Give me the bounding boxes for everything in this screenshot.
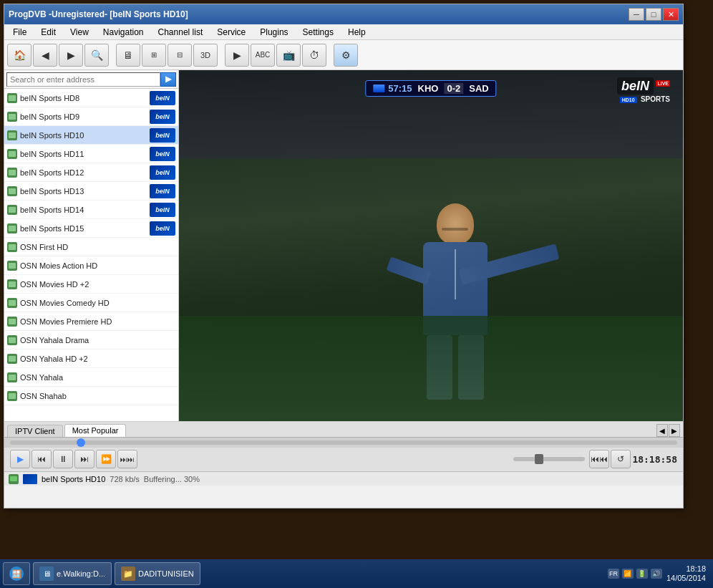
team1-name: KHO (418, 83, 439, 94)
search-go-button[interactable]: ▶ (160, 72, 176, 87)
menu-plugins[interactable]: Plugins (254, 26, 294, 39)
tab-next-button[interactable]: ▶ (669, 424, 680, 437)
taskbar-item-daditunisien[interactable]: 📁 DADITUNISIEN (115, 562, 200, 585)
start-icon: 🪟 (9, 567, 24, 581)
channel-item[interactable]: beIN Sports HD11 beIN (4, 145, 178, 163)
channel-name: OSN Movies Comedy HD (20, 299, 175, 307)
maximize-button[interactable]: □ (646, 8, 661, 21)
channel-item[interactable]: OSN Movies Premiere HD (4, 312, 178, 331)
channel-item[interactable]: OSN Yahala HD +2 (4, 350, 178, 368)
video-display: 57:15 KHO 0-2 SAD beIN LIVE HD10 (179, 70, 683, 421)
prev-button[interactable]: ⏮ (31, 450, 52, 468)
channel-icon (7, 93, 17, 103)
tb-forward-button[interactable]: ▶ (59, 44, 83, 67)
channel-logo-overlay: beIN LIVE HD10 SPORTS (617, 79, 670, 104)
menu-channel-list[interactable]: Channel list (152, 26, 209, 39)
rewind-button[interactable]: ⏮⏮ (589, 450, 609, 468)
channel-logo: beIN (150, 147, 175, 161)
volume-thumb[interactable] (535, 454, 543, 464)
channel-item[interactable]: beIN Sports HD14 beIN (4, 201, 178, 219)
search-input[interactable] (6, 72, 160, 87)
channel-icon (7, 317, 17, 327)
fast-forward2-button[interactable]: ⏭⏭ (117, 450, 137, 468)
window-controls: ─ □ ✕ (629, 8, 679, 21)
minimize-button[interactable]: ─ (629, 8, 644, 21)
tb-grid1-button[interactable]: ⊞ (142, 44, 166, 67)
channel-item[interactable]: OSN Movies HD +2 (4, 275, 178, 294)
pause-button[interactable]: ⏸ (53, 450, 73, 468)
tab-most-popular[interactable]: Most Popular (64, 424, 127, 437)
fast-forward-button[interactable]: ⏩ (96, 450, 116, 468)
tab-prev-button[interactable]: ◀ (656, 424, 668, 437)
tray-battery-icon: 🔋 (636, 569, 648, 579)
channel-panel: ▶ beIN Sports HD8 beIN beIN Sports HD9 b… (4, 70, 179, 421)
channel-item[interactable]: OSN Yahala Drama (4, 331, 178, 350)
channel-name: beIN Sports HD13 (20, 187, 147, 196)
tb-settings-button[interactable]: ⚙ (334, 44, 358, 67)
channel-item[interactable]: beIN Sports HD12 beIN (4, 163, 178, 182)
channel-name: beIN Sports HD9 (20, 112, 147, 121)
channel-icon (7, 242, 17, 252)
channel-item[interactable]: OSN Shahab (4, 387, 178, 405)
channel-item[interactable]: OSN Movies Comedy HD (4, 294, 178, 312)
channel-name: OSN Movies Premiere HD (20, 317, 175, 326)
video-area: 57:15 KHO 0-2 SAD beIN LIVE HD10 (179, 70, 683, 421)
channel-item[interactable]: beIN Sports HD8 beIN (4, 89, 178, 107)
channel-list: beIN Sports HD8 beIN beIN Sports HD9 beI… (4, 89, 178, 421)
tab-iptv-client[interactable]: IPTV Client (7, 425, 63, 437)
channel-item[interactable]: beIN Sports HD13 beIN (4, 182, 178, 201)
tb-search-button[interactable]: 🔍 (84, 44, 109, 67)
menu-settings[interactable]: Settings (297, 26, 339, 39)
menu-view[interactable]: View (64, 26, 94, 39)
video-scene: 57:15 KHO 0-2 SAD beIN LIVE HD10 (179, 70, 683, 421)
tab-bar: IPTV Client Most Popular ◀ ▶ (4, 421, 683, 437)
channel-item[interactable]: OSN Moies Action HD (4, 256, 178, 275)
channel-name: OSN Movies HD +2 (20, 280, 175, 289)
channel-icon (7, 186, 17, 196)
channel-item[interactable]: OSN First HD (4, 238, 178, 256)
channel-name: OSN Shahab (20, 392, 175, 400)
menu-service[interactable]: Service (211, 26, 251, 39)
tb-screen-button[interactable]: 🖥 (116, 44, 140, 67)
close-button[interactable]: ✕ (663, 8, 679, 21)
channel-item-selected[interactable]: beIN Sports HD10 beIN (4, 126, 178, 145)
taskbar-app-icon-2: 📁 (121, 567, 135, 581)
system-clock: 18:18 14/05/2014 (666, 564, 706, 583)
status-channel-name: beIN Sports HD10 (42, 475, 105, 483)
menu-navigation[interactable]: Navigation (97, 26, 150, 39)
menu-edit[interactable]: Edit (35, 26, 62, 39)
volume-slider[interactable] (513, 457, 585, 461)
status-icon (9, 474, 19, 484)
system-tray: FR 📶 🔋 🔊 18:18 14/05/2014 (608, 564, 710, 583)
channel-item[interactable]: OSN Yahala (4, 368, 178, 387)
taskbar-item-walking[interactable]: 🖥 e.Walking:D... (33, 562, 112, 585)
progress-track[interactable] (10, 440, 677, 445)
clock-time: 18:18 (666, 564, 706, 574)
menu-help[interactable]: Help (342, 26, 372, 39)
tb-grid2-button[interactable]: ⊟ (168, 44, 192, 67)
channel-name: beIN Sports HD10 (20, 131, 147, 140)
person-head (437, 203, 474, 245)
tb-play-button[interactable]: ▶ (225, 44, 249, 67)
tb-3d-button[interactable]: 3D (193, 44, 218, 67)
taskbar-item-start[interactable]: 🪟 (3, 562, 30, 585)
playback-controls: ▶ ⏮ ⏸ ⏭ ⏩ ⏭⏭ ⏮⏮ ↺ 18:18:58 (4, 437, 683, 471)
channel-name: beIN Sports HD11 (20, 150, 147, 158)
live-badge: LIVE (656, 80, 670, 87)
play-button[interactable]: ▶ (10, 450, 30, 468)
channel-name: OSN Yahala (20, 373, 175, 382)
tb-timer-button[interactable]: ⏱ (302, 44, 326, 67)
tb-tv-button[interactable]: 📺 (276, 44, 301, 67)
next-button[interactable]: ⏭ (74, 450, 94, 468)
channel-item[interactable]: beIN Sports HD15 beIN (4, 219, 178, 238)
tb-home-button[interactable]: 🏠 (7, 44, 31, 67)
right-ctrl-buttons: ⏮⏮ ↺ (589, 450, 631, 468)
loop-button[interactable]: ↺ (611, 450, 631, 468)
tb-abc-button[interactable]: ABC (251, 44, 275, 67)
progress-thumb[interactable] (77, 438, 85, 447)
channel-item[interactable]: beIN Sports HD9 beIN (4, 107, 178, 126)
channel-logo: beIN (150, 128, 175, 143)
tb-back-button[interactable]: ◀ (33, 44, 57, 67)
menu-file[interactable]: File (7, 26, 32, 39)
menu-bar: File Edit View Navigation Channel list S… (4, 24, 683, 40)
